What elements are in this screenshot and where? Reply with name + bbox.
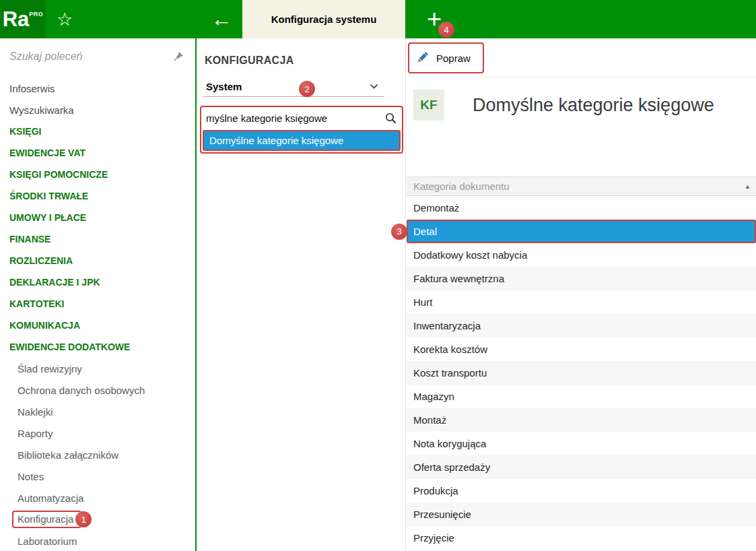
sidebar-item-label: Automatyzacja	[18, 492, 83, 504]
sidebar-item[interactable]: Raporty	[0, 422, 195, 444]
table-row[interactable]: Montaż	[407, 408, 756, 432]
sidebar-item[interactable]: DEKLARACJE I JPK	[0, 271, 195, 293]
app-logo-pro: PRO	[29, 11, 43, 18]
sidebar-item[interactable]: Ślad rewizyjny	[0, 358, 195, 379]
sidebar-item[interactable]: ŚRODKI TRWAŁE	[0, 185, 195, 207]
sidebar-item[interactable]: Naklejki	[0, 401, 195, 422]
sidebar-item-label: FINANSE	[9, 234, 50, 245]
table-row[interactable]: Magazyn	[407, 385, 756, 408]
command-search-input[interactable]: Szukaj poleceń	[9, 51, 83, 63]
entity-icon: KF	[413, 90, 444, 121]
table-cell-kategoria: Detal	[413, 226, 437, 237]
app-logo-text: Ra	[3, 7, 30, 32]
topbar: RaPRO ☆ ← Konfiguracja systemu + 4	[0, 0, 756, 38]
sidebar-item-label: Ślad rewizyjny	[18, 363, 82, 375]
edit-button-label: Popraw	[436, 53, 471, 64]
config-scope-dropdown[interactable]: System	[203, 76, 384, 97]
sidebar-item-label: EWIDENCJE VAT	[9, 148, 85, 158]
sidebar-item[interactable]: Ochrona danych osobowych	[0, 379, 195, 401]
table-cell-kategoria: Inwentaryzacja	[413, 320, 481, 331]
table-row[interactable]: Faktura wewnętrzna	[407, 267, 756, 290]
table-row[interactable]: Korekta kosztów	[407, 337, 756, 361]
sidebar-item[interactable]: EWIDENCJE DODATKOWE	[0, 336, 195, 358]
sidebar-item[interactable]: EWIDENCJE VAT	[0, 142, 195, 164]
tab-konfiguracja-systemu[interactable]: Konfiguracja systemu	[242, 0, 405, 38]
table-cell-kategoria: Przesunięcie	[413, 509, 471, 520]
table-cell-kategoria: Faktura wewnętrzna	[413, 273, 504, 284]
sidebar-item-label: KSIĘGI	[9, 126, 41, 137]
table-cell-kategoria: Magazyn	[413, 391, 454, 402]
pencil-icon	[417, 50, 430, 66]
table-row[interactable]: Oferta sprzedaży	[407, 455, 756, 479]
sidebar-item-label: ŚRODKI TRWAŁE	[9, 191, 88, 201]
table-row[interactable]: Inwentaryzacja	[407, 314, 756, 337]
app-logo: RaPRO	[0, 0, 46, 38]
sidebar-item[interactable]: Automatyzacja	[0, 487, 195, 509]
sidebar-item-label: Ochrona danych osobowych	[18, 385, 145, 396]
table-row[interactable]: Nota korygująca	[407, 432, 756, 455]
sidebar-item[interactable]: Konfiguracja1	[0, 509, 195, 530]
table-cell-kategoria: Korekta kosztów	[413, 344, 487, 355]
sidebar-item[interactable]: ROZLICZENIA	[0, 250, 195, 271]
table-row[interactable]: Hurt	[407, 290, 756, 314]
table-row[interactable]: Koszt transportu	[407, 361, 756, 385]
pin-icon[interactable]	[172, 51, 184, 63]
edit-button[interactable]: Popraw	[408, 42, 484, 73]
table-row[interactable]: Detal3	[407, 220, 756, 243]
sidebar-item[interactable]: KOMUNIKACJA	[0, 315, 195, 336]
sidebar-item-label: Raporty	[18, 428, 53, 439]
sidebar-item[interactable]: Laboratorium	[0, 530, 195, 551]
sidebar-item[interactable]: KSIĘGI	[0, 121, 195, 142]
sidebar-item[interactable]: Infoserwis	[0, 77, 195, 99]
sidebar-item-label: Infoserwis	[9, 83, 55, 94]
config-search-value: myślne kategorie księgowe	[206, 112, 327, 124]
config-scope-value: System	[206, 81, 242, 92]
annotation-highlight-search: myślne kategorie księgowe Domyślne kateg…	[200, 106, 403, 154]
toolbar: Popraw	[407, 38, 756, 77]
config-search-result-item[interactable]: Domyślne kategorie księgowe	[203, 130, 401, 151]
sidebar-item-label: Laboratorium	[18, 536, 77, 547]
annotation-step-badge-3: 3	[391, 224, 407, 240]
table-cell-kategoria: Nota korygująca	[413, 438, 486, 449]
favorites-star-icon[interactable]: ☆	[57, 0, 73, 38]
command-search-row: Szukaj poleceń	[0, 38, 195, 75]
annotation-step-badge-1: 1	[75, 511, 92, 527]
config-search-input[interactable]: myślne kategorie księgowe	[201, 107, 402, 129]
annotation-step-badge-2: 2	[299, 81, 315, 97]
back-arrow-icon[interactable]: ←	[201, 0, 242, 38]
sidebar-item[interactable]: KSIĘGI POMOCNICZE	[0, 164, 195, 185]
sidebar-item-label: UMOWY I PŁACE	[9, 212, 86, 223]
table-body: DemontażDetal3Dodatkowy koszt nabyciaFak…	[407, 196, 756, 550]
table-row[interactable]: Przesunięcie	[407, 503, 756, 526]
category-table: Kategoria dokumentu ▲ DemontażDetal3Doda…	[407, 176, 756, 550]
sidebar-item-label: Naklejki	[18, 406, 53, 418]
sidebar-item-label: DEKLARACJE I JPK	[9, 277, 100, 288]
sidebar-item-label: KSIĘGI POMOCNICZE	[9, 169, 108, 180]
sidebar-item[interactable]: KARTOTEKI	[0, 293, 195, 315]
sidebar-item-label: EWIDENCJE DODATKOWE	[9, 342, 130, 352]
table-cell-kategoria: Demontaż	[413, 202, 459, 214]
table-row[interactable]: Przyjęcie	[407, 526, 756, 550]
table-cell-kategoria: Oferta sprzedaży	[413, 461, 490, 473]
chevron-down-icon	[370, 84, 378, 90]
sidebar-item[interactable]: Wyszukiwarka	[0, 99, 195, 121]
sidebar-item[interactable]: Notes	[0, 465, 195, 487]
table-row[interactable]: Demontaż	[407, 196, 756, 220]
page-title-row: KF Domyślne kategorie księgowe	[413, 90, 756, 121]
config-panel-title: KONFIGURACJA	[205, 55, 405, 67]
sidebar: Szukaj poleceń InfoserwisWyszukiwarkaKSI…	[0, 38, 197, 551]
column-header-kategoria-dokumentu[interactable]: Kategoria dokumentu ▲	[407, 176, 756, 196]
sidebar-item[interactable]: UMOWY I PŁACE	[0, 207, 195, 228]
sidebar-item[interactable]: FINANSE	[0, 228, 195, 250]
page-title: Domyślne kategorie księgowe	[473, 95, 714, 116]
sidebar-item-label: Biblioteka załączników	[18, 449, 118, 461]
config-panel: KONFIGURACJA System 2 myślne kategorie k…	[198, 38, 406, 551]
search-icon[interactable]	[384, 112, 397, 125]
sidebar-nav: InfoserwisWyszukiwarkaKSIĘGIEWIDENCJE VA…	[0, 75, 195, 551]
sidebar-item[interactable]: Biblioteka załączników	[0, 444, 195, 465]
table-row[interactable]: Dodatkowy koszt nabycia	[407, 243, 756, 267]
table-cell-kategoria: Dodatkowy koszt nabycia	[413, 249, 527, 261]
table-row[interactable]: Produkcja	[407, 479, 756, 503]
sidebar-item-label: Wyszukiwarka	[9, 104, 74, 116]
sidebar-item-label: Konfiguracja	[12, 511, 81, 528]
